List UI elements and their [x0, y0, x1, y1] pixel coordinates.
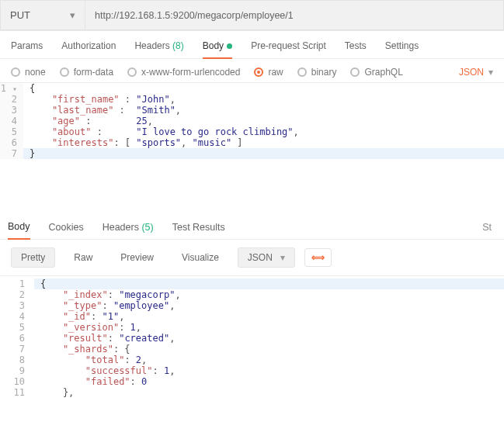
- view-raw[interactable]: Raw: [64, 248, 102, 267]
- http-method-select[interactable]: PUT ▾: [0, 0, 85, 30]
- resp-tab-headers[interactable]: Headers (5): [103, 214, 154, 239]
- tab-body[interactable]: Body: [203, 40, 232, 59]
- tab-tests[interactable]: Tests: [345, 40, 367, 58]
- chevron-down-icon: ▾: [280, 252, 285, 263]
- response-body-viewer[interactable]: 1{ 2 "_index": "megacorp", 3 "_type": "e…: [0, 275, 504, 398]
- tab-headers[interactable]: Headers (8): [134, 40, 183, 58]
- tab-authorization[interactable]: Authorization: [61, 40, 116, 58]
- radio-xwww[interactable]: x-www-form-urlencoded: [127, 67, 240, 78]
- body-type-options: none form-data x-www-form-urlencoded raw…: [0, 59, 504, 82]
- request-tabs: Params Authorization Headers (8) Body Pr…: [0, 31, 504, 59]
- wrap-lines-icon[interactable]: ⟺: [304, 248, 332, 267]
- chevron-down-icon: ▾: [488, 67, 493, 78]
- radio-raw[interactable]: raw: [254, 67, 283, 78]
- tab-params[interactable]: Params: [11, 40, 43, 58]
- body-format-select[interactable]: JSON▾: [459, 67, 493, 78]
- resp-tab-cookies[interactable]: Cookies: [49, 214, 84, 239]
- response-toolbar: Pretty Raw Preview Visualize JSON▾ ⟺: [0, 240, 504, 275]
- radio-graphql[interactable]: GraphQL: [350, 67, 402, 78]
- dot-icon: [227, 43, 232, 49]
- radio-binary[interactable]: binary: [297, 67, 337, 78]
- url-input[interactable]: http://192.168.1.5:9200/megacorp/employe…: [85, 0, 504, 30]
- url-text: http://192.168.1.5:9200/megacorp/employe…: [95, 10, 294, 21]
- response-status: St: [482, 214, 496, 239]
- view-pretty[interactable]: Pretty: [11, 247, 55, 268]
- radio-formdata[interactable]: form-data: [60, 67, 113, 78]
- tab-prerequest[interactable]: Pre-request Script: [251, 40, 326, 58]
- http-method-label: PUT: [10, 9, 30, 21]
- response-format-select[interactable]: JSON▾: [238, 247, 295, 268]
- chevron-down-icon: ▾: [70, 9, 75, 21]
- view-preview[interactable]: Preview: [111, 248, 163, 267]
- response-tabs: Body Cookies Headers (5) Test Results St: [0, 213, 504, 240]
- request-body-editor[interactable]: 1 ▾{ 2 "first_name" : "John", 3 "last_na…: [0, 82, 504, 159]
- resp-tab-body[interactable]: Body: [8, 213, 30, 240]
- radio-none[interactable]: none: [11, 67, 46, 78]
- resp-tab-tests[interactable]: Test Results: [172, 214, 225, 239]
- tab-settings[interactable]: Settings: [385, 40, 419, 58]
- view-visualize[interactable]: Visualize: [172, 248, 228, 267]
